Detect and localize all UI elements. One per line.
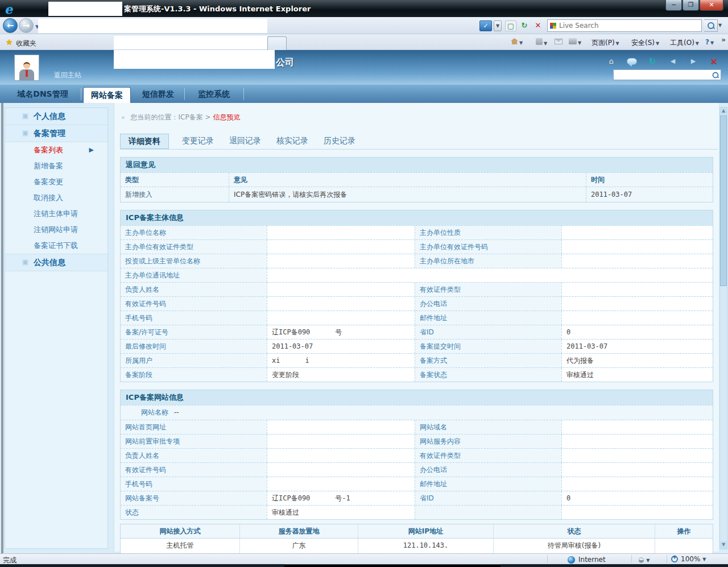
help-button[interactable]: ?▼ <box>705 38 714 46</box>
tab-website-filing[interactable]: 网站备案 <box>83 87 131 104</box>
tab-verify-records[interactable]: 核实记录 <box>268 134 316 149</box>
stop-icon[interactable]: ✕ <box>532 20 544 31</box>
portal-refresh-icon[interactable]: ↻ <box>647 57 657 66</box>
portal-home-icon[interactable]: ⌂ <box>606 57 617 66</box>
zoom-control[interactable]: 100% ▼ <box>671 555 706 563</box>
portal-close-icon[interactable]: ✕ <box>709 57 719 66</box>
field-value <box>267 420 415 434</box>
vertical-scrollbar[interactable]: ▲ ▼ <box>719 107 727 549</box>
redaction-box <box>114 50 275 69</box>
tab-detail-info[interactable]: 详细资料 <box>120 134 169 149</box>
sidebar-item-certificate-download[interactable]: 备案证书下载 <box>5 238 107 254</box>
field-value: 辽ICP备090号-1 <box>267 491 415 505</box>
live-search-input[interactable] <box>559 22 699 30</box>
prev-arrow-icon[interactable]: ◀ <box>668 57 678 66</box>
field-row: 所属用户 xii 备案方式 代为报备 <box>121 353 713 367</box>
refresh-icon[interactable]: ↻ <box>519 20 530 31</box>
field-label: 办公电话 <box>415 463 561 477</box>
field-value <box>561 420 713 434</box>
close-button[interactable]: ✕ <box>700 0 723 11</box>
content-area: 个人信息 备案管理 备案列表 ▶ 新增备案 备案变更 取消接入 注销主体申请 注… <box>0 103 728 553</box>
cell-comment: ICP备案密码错误，请核实后再次报备 <box>229 187 586 202</box>
search-go-button[interactable] <box>704 19 718 32</box>
page-menu[interactable]: 页面(P)▼ <box>592 38 619 48</box>
minimize-button[interactable]: ─ <box>665 0 682 11</box>
sidebar-section-public[interactable]: 公共信息 <box>5 254 107 271</box>
sidebar-section-personal[interactable]: 个人信息 <box>5 108 107 125</box>
more-toolbar-chevron-icon[interactable]: » <box>721 36 726 44</box>
tab-monitor[interactable]: 监控系统 <box>187 85 241 104</box>
tab-sms[interactable]: 短信群发 <box>134 85 182 104</box>
sidebar-item-filing-list[interactable]: 备案列表 ▶ <box>5 142 107 158</box>
sidebar-item-cancel-website[interactable]: 注销网站申请 <box>5 222 107 238</box>
forward-button[interactable]: → <box>19 18 34 33</box>
field-label: 主办单位名称 <box>121 226 267 239</box>
sidebar-item-new-filing[interactable]: 新增备案 <box>5 158 107 174</box>
column-header: 意见 <box>229 173 586 187</box>
field-label: 主办单位性质 <box>415 226 561 239</box>
portal-search-input[interactable] <box>614 71 712 79</box>
print-button[interactable]: ▼ <box>569 38 581 46</box>
sidebar-item-filing-change[interactable]: 备案变更 <box>5 174 107 190</box>
portal-search-box[interactable] <box>613 69 721 80</box>
field-label: 网站备案号 <box>121 491 267 505</box>
return-to-main-site-link[interactable]: 返回主站 <box>54 71 81 80</box>
field-value: 辽ICP备090号 <box>267 325 415 339</box>
protected-mode-icon[interactable]: ◒ ▼ <box>638 556 650 564</box>
field-value <box>267 477 415 491</box>
breadcrumb-separator: > <box>205 113 211 121</box>
mail-icon <box>555 39 562 44</box>
tab-change-records[interactable]: 变更记录 <box>174 134 222 149</box>
scrollbar-thumb[interactable] <box>720 115 727 286</box>
restore-button[interactable]: ❐ <box>682 0 699 11</box>
browser-tab[interactable] <box>267 36 287 50</box>
security-menu[interactable]: 安全(S)▼ <box>631 38 659 48</box>
tab-return-records[interactable]: 退回记录 <box>221 134 269 149</box>
zoom-dropdown-icon[interactable]: ▼ <box>702 557 706 562</box>
field-value <box>561 506 713 519</box>
field-row: 最后修改时间 2011-03-07 备案提交时间 2011-03-07 <box>121 339 713 353</box>
section-title: ICP备案主体信息 <box>121 210 713 225</box>
sidebar-item-cancel-access[interactable]: 取消接入 <box>5 190 107 206</box>
field-row: 有效证件号码 办公电话 <box>121 462 713 477</box>
sidebar-item-cancel-subject[interactable]: 注销主体申请 <box>5 206 107 222</box>
next-arrow-icon[interactable]: ▶ <box>688 57 698 66</box>
address-dropdown-icon[interactable]: ▼ <box>494 20 502 31</box>
field-label: 邮件地址 <box>415 311 561 325</box>
compatibility-view-icon[interactable]: ✓ <box>479 20 492 31</box>
home-button[interactable]: ▼ <box>511 38 523 46</box>
scroll-down-icon[interactable]: ▼ <box>720 541 727 549</box>
back-button[interactable]: ← <box>3 18 18 33</box>
tab-domain-dns[interactable]: 域名DNS管理 <box>6 85 80 104</box>
favorites-button[interactable]: 收藏夹 <box>16 39 36 48</box>
field-row: 手机号码 邮件地址 <box>121 477 713 491</box>
zoom-icon <box>671 556 679 563</box>
message-bubble-icon[interactable] <box>627 58 637 65</box>
live-search-box[interactable] <box>547 19 702 32</box>
favorites-star-icon[interactable]: ★ <box>6 38 13 47</box>
taskbar-edge <box>0 564 728 567</box>
sidebar-section-filing-manage[interactable]: 备案管理 <box>5 125 107 142</box>
field-label: 有效证件类型 <box>415 449 561 462</box>
field-value: 审核通过 <box>267 506 415 519</box>
field-label: 负责人姓名 <box>121 449 267 462</box>
breadcrumb-path-link[interactable]: ICP备案 <box>179 113 203 121</box>
page-preview-icon[interactable]: ▢ <box>505 20 516 31</box>
portal-search-icon[interactable] <box>713 72 719 78</box>
search-options-dropdown-icon[interactable]: ▼ <box>718 23 722 28</box>
field-value: 代为报备 <box>561 354 713 367</box>
tools-menu[interactable]: 工具(O)▼ <box>670 38 699 48</box>
cell-ip-address: 121.10.143. <box>358 539 494 553</box>
tab-history-records[interactable]: 历史记录 <box>316 134 363 149</box>
table-header-row: 网站接入方式 服务器放置地 网站IP地址 状态 操作 <box>121 524 713 539</box>
scroll-up-icon[interactable]: ▲ <box>720 107 727 115</box>
feeds-button[interactable]: ▼ <box>536 38 547 47</box>
field-label: 省ID <box>415 325 561 339</box>
field-value <box>561 311 713 325</box>
read-mail-button[interactable] <box>555 38 562 46</box>
column-header: 类型 <box>121 173 229 187</box>
field-label: 网站服务内容 <box>415 434 561 448</box>
field-row: 备案阶段 变更阶段 备案状态 审核通过 <box>121 367 713 382</box>
field-label: 主办单位通讯地址 <box>121 268 267 282</box>
field-label: 邮件地址 <box>415 477 561 491</box>
